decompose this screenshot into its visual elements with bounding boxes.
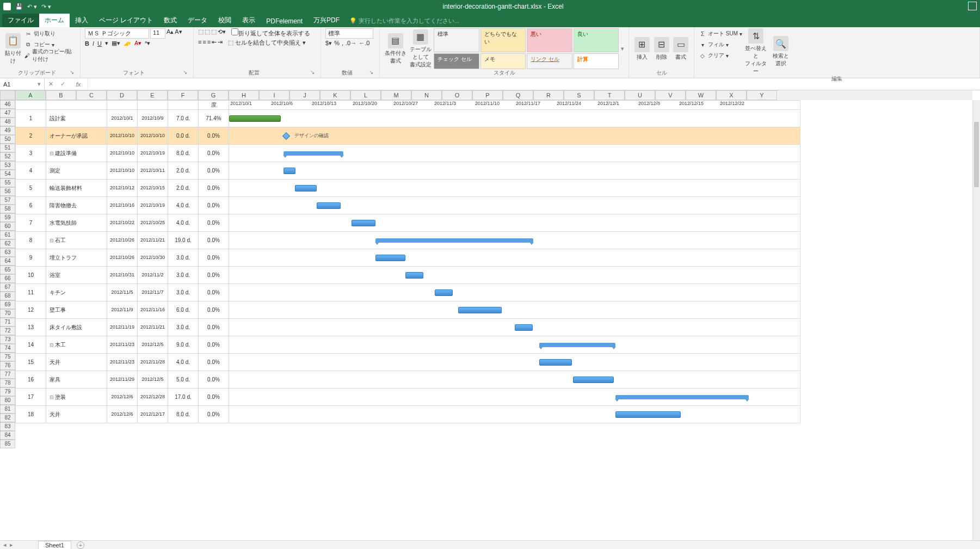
styles-group-label: スタイル xyxy=(494,70,515,76)
tab-wxpdf[interactable]: 万兴PDF xyxy=(308,14,345,27)
tab-review[interactable]: 校閲 xyxy=(213,14,237,27)
cut-button[interactable]: ✂切り取り xyxy=(24,28,76,39)
save-icon[interactable]: 💾 xyxy=(15,3,23,10)
increase-font-icon[interactable]: A▴ xyxy=(167,28,174,39)
tab-page-layout[interactable]: ページ レイアウト xyxy=(94,14,158,27)
chevron-down-icon[interactable]: ▾ xyxy=(38,81,41,88)
redo-icon[interactable]: ↷ ▾ xyxy=(41,3,51,10)
fill-button[interactable]: ▾フィル ▾ xyxy=(699,39,742,50)
style-memo[interactable]: メモ xyxy=(480,53,526,70)
tab-home[interactable]: ホーム xyxy=(39,14,70,27)
inc-decimal-button[interactable]: .0→ xyxy=(346,40,356,47)
tell-me-placeholder: 実行したい作業を入力してください... xyxy=(359,17,459,24)
font-color-button[interactable]: A▾ xyxy=(134,40,141,47)
style-good[interactable]: 良い xyxy=(574,28,619,52)
align-bot-button[interactable]: ⬚ xyxy=(211,28,217,38)
wrap-text-check[interactable] xyxy=(231,28,238,35)
insert-icon: ⊞ xyxy=(634,37,650,52)
align-center-button[interactable]: ≡ xyxy=(202,39,206,47)
paste-label: 貼り付け xyxy=(4,50,22,65)
brush-icon: 🖌 xyxy=(24,52,30,59)
fill-icon: ▾ xyxy=(699,41,706,48)
number-format-select[interactable]: 標準 xyxy=(325,28,373,39)
comma-button[interactable]: , xyxy=(342,40,343,47)
phonetic-button[interactable]: ᵃ▾ xyxy=(145,40,150,47)
app-icon xyxy=(3,3,11,10)
find-select-button[interactable]: 🔍検索と 選択 xyxy=(769,28,792,75)
insert-cells-button[interactable]: ⊞挿入 xyxy=(633,28,651,69)
align-mid-button[interactable]: ⬚ xyxy=(205,28,210,38)
tab-view[interactable]: 表示 xyxy=(237,14,261,27)
table-icon: ▦ xyxy=(413,29,428,45)
italic-button[interactable]: I xyxy=(93,40,94,47)
conditional-format-button[interactable]: ▤条件付き 書式 xyxy=(384,28,407,69)
tab-pdfelement[interactable]: PDFelement xyxy=(261,15,308,27)
clipboard-group-label: クリップボード xyxy=(18,70,56,76)
indent-dec-button[interactable]: ⇤ xyxy=(212,39,217,47)
format-label: 書式 xyxy=(675,53,686,61)
style-bad[interactable]: 悪い xyxy=(527,28,572,52)
eraser-icon: ◇ xyxy=(699,52,706,59)
table-label: テーブルとして 書式設定 xyxy=(409,46,432,69)
sort-icon: ⇅ xyxy=(748,28,763,44)
styles-more-icon[interactable]: ▾ xyxy=(621,45,624,52)
cond-format-label: 条件付き 書式 xyxy=(385,50,406,65)
format-as-table-button[interactable]: ▦テーブルとして 書式設定 xyxy=(409,28,432,69)
borders-button[interactable]: ▦▾ xyxy=(112,40,120,47)
align-launcher-icon[interactable]: ↘ xyxy=(310,69,316,75)
sort-filter-button[interactable]: ⇅並べ替えと フィルター xyxy=(744,28,767,75)
style-link[interactable]: リンク セル xyxy=(527,53,572,70)
paste-icon: 📋 xyxy=(5,33,21,48)
sigma-icon: Σ xyxy=(699,30,706,38)
merge-center-button[interactable]: ⬚ セルを結合して中央揃え ▾ xyxy=(228,39,306,47)
cells-group-label: セル xyxy=(656,70,667,76)
clipboard-launcher-icon[interactable]: ↘ xyxy=(70,69,76,75)
name-box[interactable]: A1▾ xyxy=(0,78,45,90)
align-top-button[interactable]: ⬚ xyxy=(198,28,204,38)
style-normal[interactable]: 標準 xyxy=(434,28,479,52)
tab-file[interactable]: ファイル xyxy=(2,14,39,27)
format-painter-button[interactable]: 🖌書式のコピー/貼り付け xyxy=(24,50,76,61)
clear-button[interactable]: ◇クリア ▾ xyxy=(699,50,742,61)
percent-button[interactable]: % xyxy=(334,40,340,47)
style-neutral[interactable]: どちらでもない xyxy=(480,28,526,52)
number-launcher-icon[interactable]: ↘ xyxy=(369,69,375,75)
restore-icon[interactable] xyxy=(968,2,977,10)
fx-icon[interactable]: fx xyxy=(73,81,84,88)
autosum-button[interactable]: Σオート SUM ▾ xyxy=(699,28,742,39)
format-cells-button[interactable]: ▭書式 xyxy=(672,28,689,69)
style-calc[interactable]: 計算 xyxy=(574,53,619,70)
undo-icon[interactable]: ↶ ▾ xyxy=(27,3,37,10)
tab-formulas[interactable]: 数式 xyxy=(158,14,182,27)
fill-color-button[interactable]: ◢▾ xyxy=(124,40,131,47)
delete-cells-button[interactable]: ⊟削除 xyxy=(653,28,670,69)
font-launcher-icon[interactable]: ↘ xyxy=(183,69,189,75)
enter-formula-icon[interactable]: ✓ xyxy=(60,81,65,88)
ribbon-tabs: ファイル ホーム 挿入 ページ レイアウト 数式 データ 校閲 表示 PDFel… xyxy=(0,13,980,27)
align-left-button[interactable]: ≡ xyxy=(198,39,201,47)
paste-button[interactable]: 📋貼り付け xyxy=(4,28,22,69)
delete-icon: ⊟ xyxy=(654,37,669,52)
tab-data[interactable]: データ xyxy=(182,14,213,27)
format-painter-label: 書式のコピー/貼り付け xyxy=(32,48,76,63)
align-group-label: 配置 xyxy=(249,70,260,76)
dec-decimal-button[interactable]: ←.0 xyxy=(359,40,369,47)
font-name-input[interactable]: ＭＳ Ｐゴシック xyxy=(85,28,149,39)
bold-button[interactable]: B xyxy=(85,40,89,47)
currency-button[interactable]: $▾ xyxy=(325,40,332,47)
cancel-formula-icon[interactable]: ✕ xyxy=(48,81,53,88)
align-right-button[interactable]: ≡ xyxy=(207,39,211,47)
search-icon: 🔍 xyxy=(773,36,788,51)
number-group-label: 数値 xyxy=(342,70,353,76)
style-check[interactable]: チェック セル xyxy=(434,53,479,70)
font-size-input[interactable]: 11 xyxy=(150,28,165,39)
tab-insert[interactable]: 挿入 xyxy=(70,14,94,27)
decrease-font-icon[interactable]: A▾ xyxy=(175,28,182,39)
orientation-button[interactable]: ⟲▾ xyxy=(218,28,226,38)
wrap-text-label: 折り返して全体を表示する xyxy=(238,30,310,36)
underline-button[interactable]: U xyxy=(97,40,102,47)
indent-inc-button[interactable]: ⇥ xyxy=(218,39,223,47)
edit-group-label: 編集 xyxy=(831,76,842,82)
copy-icon: ⧉ xyxy=(24,41,32,48)
tell-me-input[interactable]: 💡 実行したい作業を入力してください... xyxy=(345,15,464,27)
